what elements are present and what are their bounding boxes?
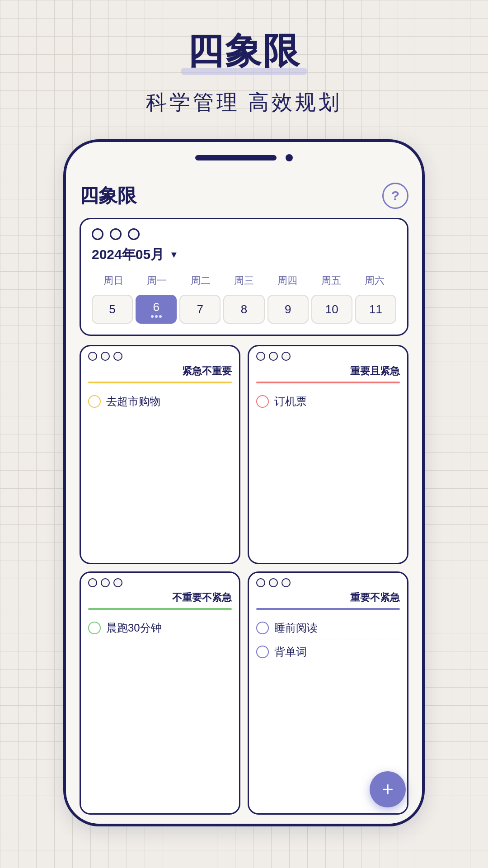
calendar-month-label: 2024年05月 (92, 245, 164, 264)
page-title: 四象限 (181, 27, 307, 75)
q-ring (256, 578, 265, 587)
notch-bar (195, 155, 277, 160)
quadrant-card-not-important-not-urgent: 不重要不紧急晨跑30分钟 (80, 571, 240, 815)
quadrant-title-not-important-not-urgent: 不重要不紧急 (88, 591, 232, 604)
weekday-wed: 周三 (222, 271, 266, 290)
calendar-day-10[interactable]: 10 (311, 295, 352, 324)
quadrant-divider-important-not-urgent (256, 608, 400, 610)
task-text: 睡前阅读 (274, 621, 318, 635)
quadrant-grid: 紧急不重要去超市购物重要且紧急订机票不重要不紧急晨跑30分钟重要不紧急睡前阅读背… (80, 345, 408, 815)
q-ring (101, 352, 110, 361)
app-header: 四象限 ? (80, 183, 408, 209)
quadrant-divider-not-important-not-urgent (88, 608, 232, 610)
quadrant-rings-important-urgent (256, 352, 400, 361)
calendar-day-6[interactable]: 6 (136, 295, 177, 324)
quadrant-title-important-not-urgent: 重要不紧急 (256, 591, 400, 604)
calendar-month-row[interactable]: 2024年05月 ▼ (92, 245, 396, 264)
calendar-day-5[interactable]: 5 (92, 295, 133, 324)
weekday-thu: 周四 (266, 271, 309, 290)
q-ring (282, 578, 291, 587)
fab-add-button[interactable]: + (370, 771, 406, 807)
quadrant-rings-not-important-not-urgent (88, 578, 232, 587)
weekday-mon: 周一 (135, 271, 178, 290)
weekday-sun: 周日 (92, 271, 135, 290)
calendar-day-9[interactable]: 9 (267, 295, 309, 324)
calendar-day-7[interactable]: 7 (179, 295, 221, 324)
quadrant-rings-urgent-not-important (88, 352, 232, 361)
q-ring (282, 352, 291, 361)
ring-hole-2 (110, 228, 122, 240)
quadrant-title-urgent-not-important: 紧急不重要 (88, 364, 232, 378)
task-text: 去超市购物 (106, 394, 160, 409)
q-ring (101, 578, 110, 587)
weekday-fri: 周五 (309, 271, 352, 290)
calendar-day-11[interactable]: 11 (355, 295, 396, 324)
app-header-title: 四象限 (80, 183, 136, 208)
task-item[interactable]: 背单词 (256, 640, 400, 664)
task-checkbox[interactable] (256, 646, 269, 658)
task-checkbox[interactable] (256, 622, 269, 634)
quadrant-card-urgent-not-important: 紧急不重要去超市购物 (80, 345, 240, 564)
weekday-tue: 周二 (179, 271, 222, 290)
calendar-dropdown-icon: ▼ (169, 250, 178, 260)
quadrant-divider-important-urgent (256, 382, 400, 383)
task-checkbox[interactable] (88, 395, 101, 408)
notch-dot (286, 154, 293, 161)
quadrant-title-important-urgent: 重要且紧急 (256, 364, 400, 378)
ring-hole-1 (92, 228, 103, 240)
q-ring (113, 578, 122, 587)
task-item[interactable]: 晨跑30分钟 (88, 616, 232, 640)
q-ring (269, 352, 278, 361)
task-text: 晨跑30分钟 (106, 621, 162, 635)
ring-hole-3 (128, 228, 140, 240)
task-item[interactable]: 去超市购物 (88, 390, 232, 413)
q-ring (256, 352, 265, 361)
calendar-days: 567891011 (92, 295, 396, 324)
task-text: 背单词 (274, 645, 307, 659)
task-item[interactable]: 订机票 (256, 390, 400, 413)
quadrant-rings-important-not-urgent (256, 578, 400, 587)
q-ring (88, 352, 97, 361)
phone-notch (66, 142, 422, 174)
task-item[interactable]: 睡前阅读 (256, 616, 400, 640)
calendar-rings (92, 228, 396, 240)
calendar-day-8[interactable]: 8 (223, 295, 264, 324)
page-subtitle: 科学管理 高效规划 (146, 89, 343, 117)
q-ring (113, 352, 122, 361)
task-checkbox[interactable] (256, 395, 269, 408)
quadrant-divider-urgent-not-important (88, 382, 232, 383)
q-ring (88, 578, 97, 587)
task-checkbox[interactable] (88, 622, 101, 634)
app-screen: 四象限 ? 2024年05月 ▼ 周日 周一 周二 周三 周四 周五 周六 (66, 174, 422, 824)
phone-frame: 四象限 ? 2024年05月 ▼ 周日 周一 周二 周三 周四 周五 周六 (63, 139, 425, 826)
weekday-sat: 周六 (353, 271, 396, 290)
calendar-weekdays: 周日 周一 周二 周三 周四 周五 周六 (92, 271, 396, 290)
fab-plus-icon: + (382, 779, 394, 799)
quadrant-card-important-urgent: 重要且紧急订机票 (248, 345, 408, 564)
calendar-card: 2024年05月 ▼ 周日 周一 周二 周三 周四 周五 周六 56789101… (80, 218, 408, 336)
q-ring (269, 578, 278, 587)
help-button[interactable]: ? (382, 183, 408, 209)
task-text: 订机票 (274, 394, 307, 409)
